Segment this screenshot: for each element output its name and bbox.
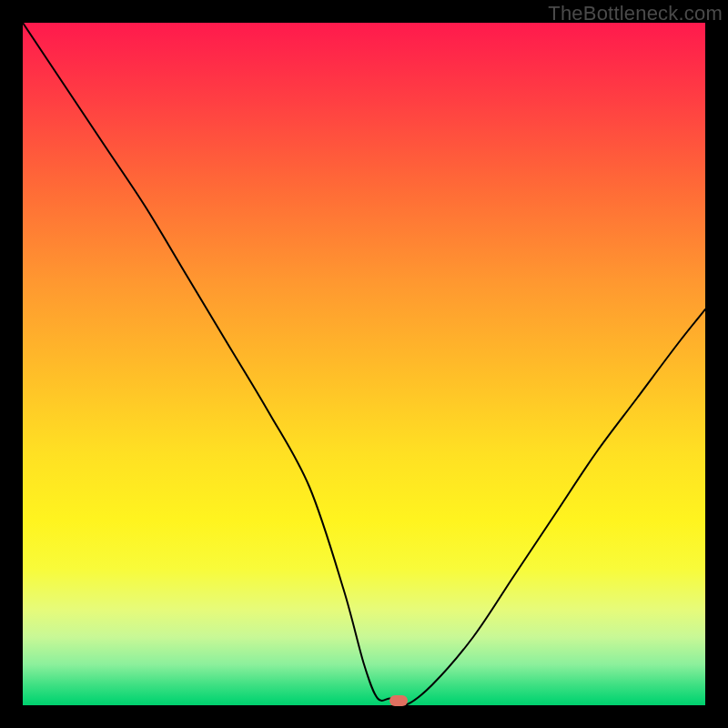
plot-area bbox=[23, 23, 705, 705]
bottleneck-curve-path bbox=[23, 23, 705, 705]
chart-frame: TheBottleneck.com bbox=[0, 0, 728, 728]
curve-svg bbox=[23, 23, 705, 705]
optimal-point-marker bbox=[389, 695, 408, 706]
